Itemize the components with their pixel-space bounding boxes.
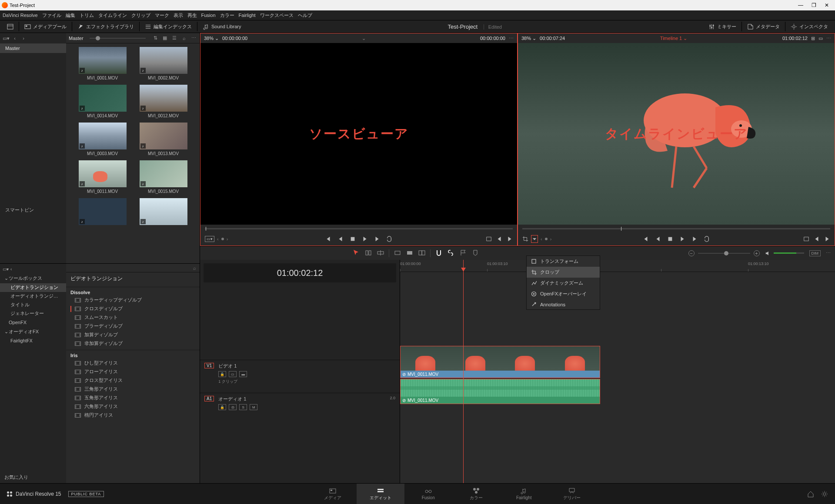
fx-category-item[interactable]: ビデオトランジション [0,283,66,292]
monitor-volume[interactable] [765,250,804,256]
openfx-group[interactable]: OpenFX [0,318,66,327]
play-icon[interactable] [679,236,685,242]
fx-row[interactable]: 六角形アイリス [66,402,200,411]
first-frame-icon[interactable] [643,236,649,242]
mixer-tab[interactable]: ミキサー [704,22,741,32]
menu-Fairlight[interactable]: Fairlight [239,13,256,18]
favorites-label[interactable]: お気に入り [0,471,66,483]
program-color-icon[interactable]: ⊞ [811,36,815,41]
match-frame-icon[interactable] [486,236,492,242]
fx-row[interactable]: 非加算ディゾルブ [66,339,200,348]
source-zoom[interactable]: 38% ⌄ [204,36,219,41]
fx-row[interactable]: アローアイリス [66,368,200,376]
search-icon[interactable]: ⌕ [180,35,187,42]
replace-clip-icon[interactable] [418,249,426,258]
timeline-zoom[interactable]: − + [688,250,760,256]
program-options[interactable]: ⋯ [826,36,831,41]
edit-index-tab[interactable]: 編集インデックス [140,22,196,32]
lock-icon[interactable]: 🔒 [218,371,226,377]
stop-icon[interactable] [667,236,673,242]
dim-button[interactable]: DIM [809,250,821,256]
fx-expand[interactable]: ‹ [10,267,12,272]
fx-row[interactable]: ブラーディゾルブ [66,322,200,331]
menu-編集[interactable]: 編集 [66,12,75,19]
solo-button[interactable]: S [239,404,247,410]
dropdown-item[interactable]: OpenFXオーバーレイ [527,288,600,299]
source-options[interactable]: ⋯ [509,36,514,41]
selection-tool-icon[interactable] [352,249,360,258]
thumbnail-size-slider[interactable] [90,38,146,39]
home-icon[interactable] [807,491,814,497]
overlay-mode-dropdown[interactable] [531,235,538,243]
next-frame-icon[interactable] [691,236,698,242]
bin-back[interactable]: ‹ [11,35,18,42]
program-video[interactable]: タイムラインビューア [518,43,835,225]
mark-in-icon[interactable] [814,236,820,242]
smart-bins-label[interactable]: スマートビン [0,205,66,216]
bin-fwd[interactable]: › [20,35,27,42]
fx-category-item[interactable]: オーディオトランジ… [0,292,66,301]
bin-master[interactable]: Master [0,43,66,53]
timeline-tracks[interactable]: 01:00:00:0001:00:03:1001:00:06:2001:00:1… [400,260,835,483]
sort-button[interactable]: ⇅ [152,35,159,42]
crop-mode-icon[interactable] [522,236,528,242]
menu-ヘルプ[interactable]: ヘルプ [298,12,312,19]
audio-track-header[interactable]: A1 オーディオ 1 🔒 ◎ S M 2.0 [200,393,400,426]
clip-item[interactable]: ♪MVI_0003.MOV [77,123,129,156]
fairlightfx-item[interactable]: FairlightFX [0,337,66,345]
fx-row[interactable]: 五角形アイリス [66,394,200,402]
loop-icon[interactable] [386,236,392,242]
audiofx-group[interactable]: ⌄オーディオFX [0,327,66,337]
dropdown-item[interactable]: Annotations [527,299,600,309]
source-clip-dropdown[interactable]: ⌄ [362,36,366,41]
menu-トリム[interactable]: トリム [80,12,94,19]
menu-Fusion[interactable]: Fusion [201,13,216,18]
prev-frame-icon[interactable] [655,236,661,242]
menu-再生[interactable]: 再生 [187,12,197,19]
fx-row[interactable]: クロス型アイリス [66,376,200,385]
inspector-tab[interactable]: インスペクタ [786,22,832,32]
effects-search[interactable]: ⌕ [66,264,200,272]
fx-row[interactable]: 加算ディゾルブ [66,331,200,339]
maximize-button[interactable]: ❐ [807,2,820,8]
audio-clip[interactable]: ⊘MVI_0011.MOV [400,379,600,404]
menu-DaVinci Resolve[interactable]: DaVinci Resolve [3,13,38,18]
menu-マーク[interactable]: マーク [155,12,169,19]
playhead[interactable] [463,260,464,483]
timeline-ruler[interactable]: 01:00:00:0001:00:03:1001:00:06:2001:00:1… [400,260,835,272]
flag-icon[interactable] [459,249,467,258]
breadcrumb[interactable]: Master [69,36,84,41]
a1-tag[interactable]: A1 [204,396,214,401]
page-カラー[interactable]: カラー [452,484,500,504]
layout-button[interactable] [3,22,18,32]
clip-item[interactable]: ♪MVI_0014.MOV [77,85,129,118]
options-icon[interactable]: ⋯ [190,35,197,42]
fx-category-item[interactable]: ジェネレーター [0,309,66,318]
video-track-header[interactable]: V1 ビデオ 1 🔒 ▭ ▬ 1 クリップ [200,360,400,393]
fx-row[interactable]: スムースカット [66,313,200,322]
fx-row[interactable]: 三角形アイリス [66,385,200,394]
source-video[interactable]: ソースビューア [200,43,517,225]
loop-icon[interactable] [704,236,710,242]
clip-item[interactable]: ♪ [77,198,129,227]
page-メディア[interactable]: メディア [309,484,357,504]
media-pool-tab[interactable]: メディアプール [20,22,71,32]
insert-clip-icon[interactable] [394,249,401,258]
program-zoom[interactable]: 38% ⌄ [521,36,536,41]
video-clip[interactable]: ⊘MVI_0011.MOV [400,346,600,378]
menu-タイムライン[interactable]: タイムライン [98,12,127,19]
bin-view-mode[interactable]: ▭▾ [3,35,10,42]
mute-button[interactable]: M [250,404,257,410]
blade-tool-icon[interactable] [377,249,384,258]
fx-row[interactable]: クロスディゾルブ [66,305,200,313]
marker-icon[interactable] [471,249,479,258]
fx-row[interactable]: ひし型アイリス [66,359,200,368]
source-overlay-mode[interactable]: ▭▾ [205,236,214,242]
fx-category-item[interactable]: タイトル [0,301,66,309]
clip-item[interactable]: ♪MVI_0015.MOV [137,160,190,194]
overwrite-icon[interactable] [507,236,513,242]
dropdown-item[interactable]: ダイナミックズーム [527,278,600,288]
clip-item[interactable]: ♪ [137,198,190,227]
link-icon[interactable] [447,249,455,258]
play-icon[interactable] [362,236,368,242]
